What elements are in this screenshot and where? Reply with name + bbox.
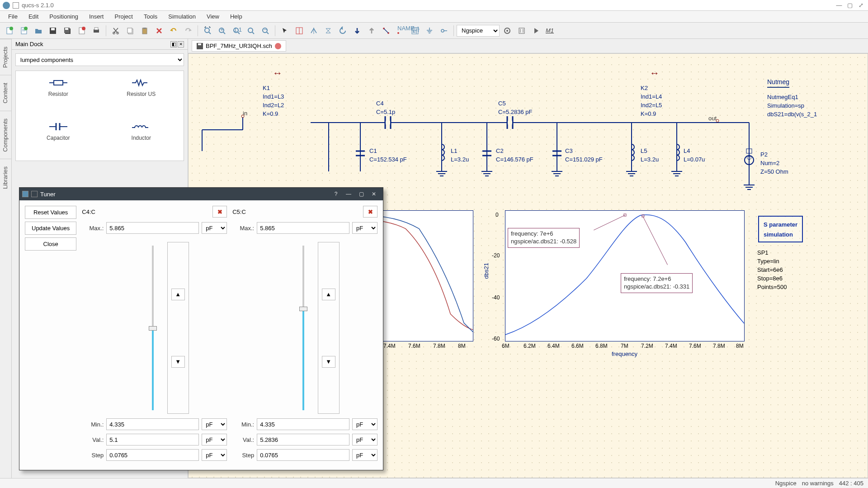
copy-icon[interactable] xyxy=(123,24,137,38)
zoom-out-icon[interactable]: − xyxy=(259,24,272,38)
component-inductor[interactable]: Inductor xyxy=(102,118,181,158)
step-up-button[interactable]: ▲ xyxy=(322,289,335,300)
delete-icon[interactable] xyxy=(152,24,166,38)
menu-simulation[interactable]: Simulation xyxy=(164,12,200,21)
menu-edit[interactable]: Edit xyxy=(24,12,43,21)
tuner-dialog[interactable]: Tuner ? — ▢ ✕ Reset Values Update Values… xyxy=(19,187,383,470)
minimize-button[interactable]: — xyxy=(835,2,844,9)
rotate-icon[interactable] xyxy=(336,24,349,38)
arrow-up-icon[interactable] xyxy=(365,24,378,38)
run-icon[interactable] xyxy=(529,24,543,38)
val-input[interactable] xyxy=(257,434,349,445)
mirror-y-icon[interactable] xyxy=(307,24,321,38)
menu-positioning[interactable]: Positioning xyxy=(45,12,83,21)
mirror-h-icon[interactable] xyxy=(321,24,335,38)
max-input[interactable] xyxy=(257,222,349,234)
min-input[interactable] xyxy=(106,418,199,430)
redo-icon[interactable] xyxy=(181,24,195,38)
pointer-icon[interactable] xyxy=(278,24,292,38)
gear-run-icon[interactable] xyxy=(500,24,514,38)
new-doc-icon[interactable] xyxy=(3,24,16,38)
menu-tools[interactable]: Tools xyxy=(139,12,162,21)
open-icon[interactable] xyxy=(32,24,45,38)
min-input[interactable] xyxy=(257,418,349,430)
zoom-fit-icon[interactable] xyxy=(201,24,214,38)
unit-select[interactable]: pF xyxy=(352,222,377,234)
val-input[interactable] xyxy=(106,434,199,445)
step-down-button[interactable]: ▼ xyxy=(171,356,185,368)
restore-icon[interactable] xyxy=(31,191,38,197)
menu-insert[interactable]: Insert xyxy=(85,12,108,21)
value-slider[interactable] xyxy=(147,242,158,414)
cut-icon[interactable] xyxy=(109,24,123,38)
side-tab-projects[interactable]: Projects xyxy=(0,39,11,75)
side-tab-components[interactable]: Components xyxy=(0,111,11,159)
component-category-select[interactable]: lumped components xyxy=(15,53,184,66)
unit-select[interactable]: pF xyxy=(352,449,377,461)
close-button[interactable]: Close xyxy=(25,237,76,251)
reset-values-button[interactable]: Reset Values xyxy=(25,206,76,219)
wire-icon[interactable] xyxy=(379,24,393,38)
zoom-icon[interactable] xyxy=(244,24,258,38)
port-icon[interactable] xyxy=(437,24,451,38)
document-tab[interactable]: BPF_7MHz_UR3IQH.sch xyxy=(192,40,286,52)
restore-icon[interactable] xyxy=(13,2,19,9)
maximize-button[interactable]: ▢ xyxy=(845,2,854,9)
zoom-reset-icon[interactable]: 1:1 xyxy=(230,24,243,38)
svg-rect-18 xyxy=(127,28,132,33)
toolbar: + 1:1 − NAME {u}=i Ngspice M1 xyxy=(0,23,868,39)
chart-marker-1[interactable]: frequency: 7e+6 ngspice/ac.dbs21: -0.528 xyxy=(508,228,580,248)
menu-view[interactable]: View xyxy=(202,12,224,21)
name-wire-icon[interactable]: NAME xyxy=(394,24,407,38)
menu-project[interactable]: Project xyxy=(110,12,137,21)
step-up-button[interactable]: ▲ xyxy=(171,289,185,300)
close-doc-icon[interactable] xyxy=(75,24,89,38)
chart-marker-2[interactable]: frequency: 7.2e+6 ngspice/ac.dbs21: -0.3… xyxy=(621,273,693,293)
minimize-icon[interactable]: — xyxy=(342,189,355,199)
tune-icon[interactable] xyxy=(515,24,528,38)
side-tab-content[interactable]: Content xyxy=(0,75,11,111)
update-values-button[interactable]: Update Values xyxy=(25,222,76,235)
unit-select[interactable]: pF xyxy=(352,418,377,430)
chart-plot-dbs21[interactable]: 0 -20 -40 -60 6M 6.2M 6.4M 6.6M 6.8M 7M … xyxy=(505,210,745,341)
zoom-in-icon[interactable]: + xyxy=(215,24,229,38)
save-all-icon[interactable] xyxy=(61,24,74,38)
component-resistor-us[interactable]: Resistor US xyxy=(102,74,181,114)
close-tab-icon[interactable] xyxy=(275,43,281,49)
side-tab-libraries[interactable]: Libraries xyxy=(0,159,11,196)
unit-select[interactable]: pF xyxy=(202,418,227,430)
unit-select[interactable]: pF xyxy=(352,434,377,445)
close-icon[interactable]: ✕ xyxy=(368,189,380,199)
maximize-icon[interactable]: ▢ xyxy=(355,189,368,199)
undo-icon[interactable] xyxy=(167,24,180,38)
tuner-titlebar[interactable]: Tuner ? — ▢ ✕ xyxy=(19,188,383,200)
component-capacitor[interactable]: Capacitor xyxy=(19,118,98,158)
delete-param-button[interactable]: ✖ xyxy=(212,206,227,218)
unit-select[interactable]: pF xyxy=(202,222,227,234)
print-icon[interactable] xyxy=(90,24,103,38)
expand-button[interactable]: ⤢ xyxy=(856,2,865,9)
new-text-icon[interactable] xyxy=(17,24,31,38)
status-bar: Ngspice no warnings 442 : 405 xyxy=(0,478,868,488)
max-input[interactable] xyxy=(106,222,199,234)
dock-close-icon[interactable]: ✕ xyxy=(178,41,184,47)
dock-detach-icon[interactable]: ◧ xyxy=(170,41,177,47)
step-down-button[interactable]: ▼ xyxy=(322,356,335,368)
ground-icon[interactable] xyxy=(423,24,436,38)
arrow-down-icon[interactable] xyxy=(350,24,364,38)
value-slider[interactable] xyxy=(298,242,309,414)
mirror-x-icon[interactable] xyxy=(292,24,306,38)
step-input[interactable] xyxy=(106,449,199,461)
help-icon[interactable]: ? xyxy=(330,189,342,199)
component-resistor[interactable]: Resistor xyxy=(19,74,98,114)
menu-file[interactable]: File xyxy=(4,12,22,21)
simulator-select[interactable]: Ngspice xyxy=(457,25,500,37)
menu-help[interactable]: Help xyxy=(226,12,247,21)
unit-select[interactable]: pF xyxy=(202,434,227,445)
step-input[interactable] xyxy=(257,449,349,461)
save-icon[interactable] xyxy=(46,24,60,38)
delete-param-button[interactable]: ✖ xyxy=(363,206,377,218)
unit-select[interactable]: pF xyxy=(202,449,227,461)
paste-icon[interactable] xyxy=(138,24,151,38)
equation-icon[interactable]: {u}=i xyxy=(408,24,422,38)
